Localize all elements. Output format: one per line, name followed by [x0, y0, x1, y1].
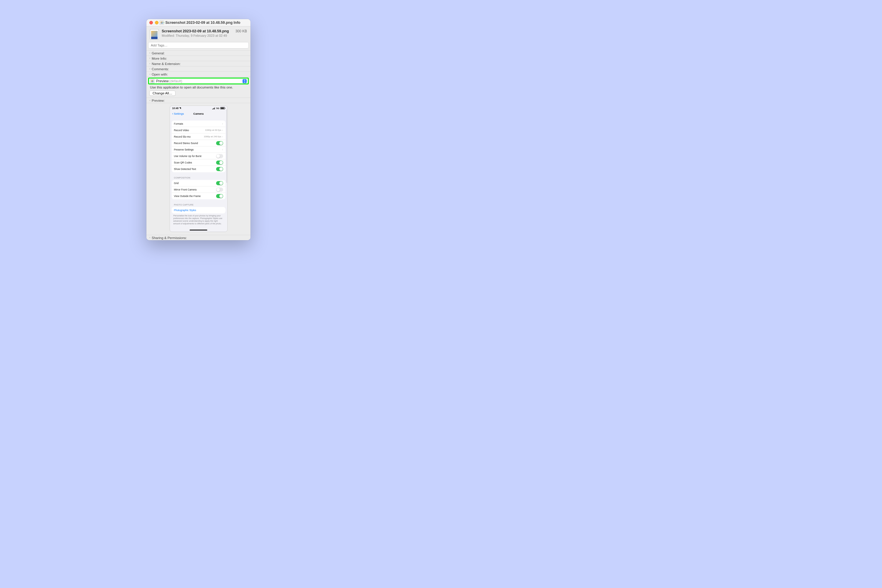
section-general[interactable]: › General: [146, 50, 250, 56]
chevron-down-icon: › [148, 100, 151, 101]
open-with-dropdown[interactable]: Preview (default) [148, 78, 249, 84]
row-label: Show Detected Text [174, 168, 196, 171]
open-with-hint: Use this application to open all documen… [146, 85, 250, 90]
toggle-detected-text[interactable] [216, 167, 223, 171]
dropdown-arrows-icon [243, 79, 247, 83]
row-label: Mirror Front Camera [174, 188, 196, 191]
file-thumbnail-icon [150, 29, 159, 40]
section-label: Sharing & Permissions: [152, 236, 187, 240]
row-grid[interactable]: Grid [172, 180, 225, 186]
add-tags-input[interactable] [148, 42, 249, 48]
section-label: Comments: [152, 68, 169, 71]
chevron-right-icon: › [222, 129, 223, 132]
phone-nav-bar: ‹ Settings Camera [170, 111, 227, 116]
section-label: Name & Extension: [152, 62, 180, 66]
file-name: Screenshot 2023-02-09 at 10.48.59.png [162, 29, 232, 33]
row-label: Grid [174, 182, 179, 184]
open-with-app-name: Preview [156, 79, 169, 83]
section-preview[interactable]: › Preview: [146, 98, 250, 103]
titlebar: Screenshot 2023-02-09 at 10.48.59.png In… [146, 19, 250, 27]
chevron-down-icon: › [148, 74, 151, 75]
row-mirror-front[interactable]: Mirror Front Camera [172, 186, 225, 193]
section-open-with[interactable]: › Open with: [146, 72, 250, 77]
nav-title: Camera [170, 112, 227, 115]
signal-icon [212, 107, 215, 110]
settings-group-photo-capture: Photographic Styles [172, 207, 225, 213]
row-scan-qr[interactable]: Scan QR Codes [172, 159, 225, 166]
change-all-button[interactable]: Change All… [149, 90, 176, 96]
battery-icon [220, 107, 225, 110]
composition-header: COMPOSITION [174, 176, 223, 179]
row-detected-text[interactable]: Show Detected Text [172, 166, 225, 172]
toggle-volume-burst[interactable] [216, 154, 223, 158]
photo-capture-header: PHOTO CAPTURE [174, 204, 223, 206]
preview-body: 10:48 ◥ 5G ‹ Settings Camera Format [146, 103, 250, 235]
row-photographic-styles[interactable]: Photographic Styles [172, 207, 225, 213]
chevron-right-icon: › [149, 68, 150, 70]
section-label: Open with: [152, 73, 168, 76]
network-label: 5G [216, 107, 219, 110]
row-preserve-settings[interactable]: Preserve Settings › [172, 146, 225, 153]
row-label: Record Slo-mo [174, 135, 191, 138]
file-header: Screenshot 2023-02-09 at 10.48.59.png Mo… [146, 27, 250, 42]
chevron-right-icon: › [222, 135, 223, 138]
file-type-icon [160, 21, 164, 25]
status-time: 10:48 [172, 107, 179, 110]
toggle-scan-qr[interactable] [216, 160, 223, 165]
location-icon: ◥ [179, 107, 181, 110]
section-comments[interactable]: › Comments: [146, 66, 250, 72]
settings-group-composition: Grid Mirror Front Camera View Outside th… [172, 180, 225, 200]
section-label: More Info: [152, 57, 167, 60]
toggle-mirror-front[interactable] [216, 188, 223, 192]
open-with-default-suffix: (default) [170, 79, 182, 83]
modified-label: Modified: [162, 34, 175, 38]
preview-app-icon [150, 79, 154, 83]
scroll-indicator [226, 110, 227, 183]
row-label: Preserve Settings [174, 148, 194, 151]
chevron-right-icon: › [149, 57, 150, 60]
chevron-right-icon: › [149, 236, 150, 239]
row-value: 1080p at 240 fps [204, 135, 221, 138]
toggle-stereo-sound[interactable] [216, 141, 223, 145]
toggle-view-outside[interactable] [216, 194, 223, 198]
row-view-outside[interactable]: View Outside the Frame [172, 193, 225, 200]
section-sharing-permissions[interactable]: › Sharing & Permissions: [146, 235, 250, 240]
photo-capture-caption: Personalise the look of your photos by b… [174, 214, 224, 225]
chevron-right-icon: › [222, 148, 223, 151]
row-value: 1080p at 60 fps [205, 129, 221, 131]
row-label: Record Video [174, 129, 189, 132]
phone-status-bar: 10:48 ◥ 5G [170, 106, 227, 111]
settings-group-1: Formats › Record Video 1080p at 60 fps› … [172, 120, 225, 172]
file-size: 300 KB [236, 29, 247, 40]
row-stereo-sound[interactable]: Record Stereo Sound [172, 140, 225, 146]
row-label: View Outside the Frame [174, 195, 201, 198]
open-with-body: Preview (default) Use this application t… [146, 77, 250, 98]
row-label: Photographic Styles [174, 209, 196, 212]
toggle-grid[interactable] [216, 181, 223, 185]
modified-line: Modified: Thursday, 9 February 2023 at 0… [162, 34, 232, 38]
row-label: Use Volume Up for Burst [174, 154, 202, 158]
tags-container [146, 42, 250, 50]
row-volume-burst[interactable]: Use Volume Up for Burst [172, 153, 225, 159]
modified-value: Thursday, 9 February 2023 at 02:49 [176, 34, 227, 38]
preview-image: 10:48 ◥ 5G ‹ Settings Camera Format [170, 105, 228, 232]
window-title: Screenshot 2023-02-09 at 10.48.59.png In… [165, 21, 240, 25]
row-label: Record Stereo Sound [174, 142, 198, 145]
section-label: General: [152, 51, 165, 55]
row-record-video[interactable]: Record Video 1080p at 60 fps› [172, 127, 225, 134]
get-info-window: Screenshot 2023-02-09 at 10.48.59.png In… [146, 19, 250, 240]
row-record-slomo[interactable]: Record Slo-mo 1080p at 240 fps› [172, 134, 225, 140]
row-formats[interactable]: Formats › [172, 120, 225, 127]
section-more-info[interactable]: › More Info: [146, 56, 250, 61]
section-name-extension[interactable]: › Name & Extension: [146, 61, 250, 66]
row-label: Formats [174, 122, 183, 125]
chevron-right-icon: › [222, 122, 223, 125]
chevron-right-icon: › [149, 62, 150, 65]
chevron-right-icon: › [149, 52, 150, 54]
row-label: Scan QR Codes [174, 161, 192, 164]
section-label: Preview: [152, 99, 165, 102]
home-indicator [190, 230, 207, 231]
